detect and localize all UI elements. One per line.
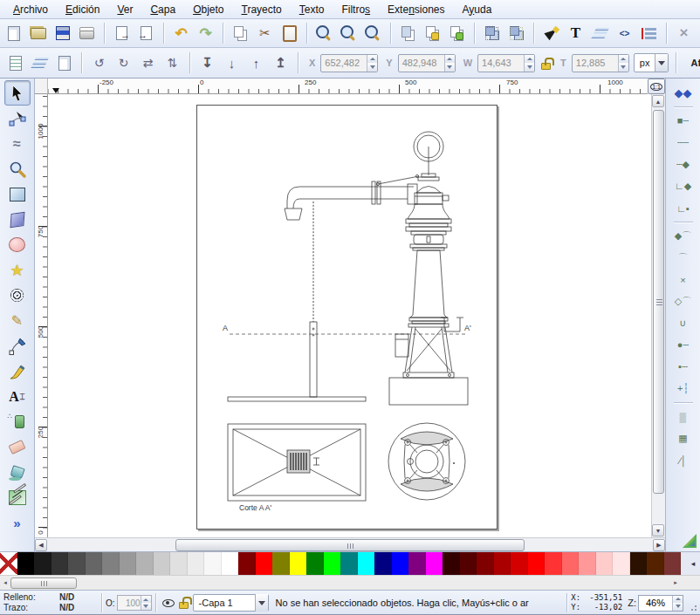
vertical-scrollbar-thumb[interactable] (653, 110, 664, 494)
palette-swatch[interactable] (290, 552, 307, 575)
zoom-spinner[interactable] (672, 596, 683, 611)
export-icon[interactable] (136, 24, 156, 44)
ungroup-icon[interactable] (506, 24, 526, 44)
xml-editor-icon[interactable]: <> (614, 24, 635, 44)
layer-dropdown-arrow[interactable] (255, 594, 268, 612)
menu-archivo[interactable]: Archivo (5, 2, 56, 17)
snap-nodes[interactable]: ◆⌒ (672, 225, 695, 247)
lower-icon[interactable]: ↓ (222, 53, 242, 73)
tool-3dbox[interactable] (4, 207, 31, 232)
tool-calligraphy[interactable] (4, 359, 31, 384)
palette-swatch[interactable] (426, 552, 443, 575)
x-spinner[interactable] (367, 55, 377, 72)
zoom-drawing-icon[interactable] (339, 24, 359, 44)
width-spinner[interactable] (524, 55, 534, 72)
scroll-up-button[interactable]: ▲ (652, 95, 664, 107)
palette-swatch[interactable] (374, 552, 392, 575)
print-icon[interactable] (77, 24, 97, 44)
palette-swatch[interactable] (579, 552, 596, 575)
menu-filtros[interactable]: Filtros (333, 2, 378, 17)
palette-swatch[interactable] (34, 552, 51, 575)
palette-swatch[interactable] (51, 552, 69, 575)
width-input[interactable] (478, 56, 524, 71)
menu-trayecto[interactable]: Trayecto (234, 2, 290, 17)
tool-selector[interactable] (4, 80, 31, 106)
snap-path-intersections[interactable]: × (672, 269, 695, 290)
palette-swatch[interactable] (562, 552, 580, 575)
y-spinner[interactable] (444, 55, 455, 72)
tool-more[interactable]: » (4, 510, 31, 536)
palette-scroll-left-button[interactable]: ◂ (0, 577, 10, 589)
palette-scrollbar-thumb[interactable] (10, 577, 77, 589)
align-dialog-icon[interactable] (639, 24, 659, 44)
height-field[interactable] (572, 54, 629, 72)
tool-ellipse[interactable] (4, 232, 31, 257)
palette-swatch[interactable] (188, 552, 205, 575)
opacity-input[interactable] (118, 598, 141, 608)
layer-dropdown[interactable]: -Capa 1 (193, 594, 269, 612)
x-input[interactable] (321, 56, 367, 71)
tool-bezier-pen[interactable] (4, 333, 31, 359)
y-input[interactable] (399, 56, 444, 71)
menu-capa[interactable]: Capa (142, 2, 183, 17)
fill-stroke-indicator[interactable]: Relleno:N/D Trazo:N/D (0, 591, 98, 614)
zoom-page-icon[interactable] (363, 24, 383, 44)
x-field[interactable] (320, 54, 378, 72)
tool-rectangle[interactable] (4, 181, 31, 207)
palette-swatch[interactable] (630, 552, 648, 575)
palette-swatch[interactable] (204, 552, 222, 575)
layers-dialog-icon[interactable] (590, 24, 610, 44)
rotate-cw-icon[interactable]: ↻ (113, 53, 134, 73)
undo-icon[interactable]: ↶ (171, 24, 191, 44)
palette-scroll-right-button[interactable]: ▸ (670, 577, 681, 589)
flip-vertical-icon[interactable]: ⇅ (162, 53, 182, 73)
width-field[interactable] (477, 54, 535, 72)
palette-swatch[interactable] (272, 552, 290, 575)
zoom-input[interactable] (639, 598, 672, 608)
palette-swatch[interactable] (596, 552, 614, 575)
palette-swatch[interactable] (477, 552, 494, 575)
palette-swatch[interactable] (528, 552, 546, 575)
palette-swatch[interactable] (154, 552, 171, 575)
palette-swatch[interactable] (68, 552, 86, 575)
snap-bbox-centers[interactable]: ∟▪ (672, 197, 695, 219)
snap-bbox-edge-midpoints[interactable]: ∟◆ (672, 175, 695, 197)
raise-to-top-icon[interactable]: ↥ (271, 53, 291, 73)
palette-swatch[interactable] (545, 552, 562, 575)
palette-swatch[interactable] (136, 552, 154, 575)
opacity-spinner[interactable] (141, 596, 151, 610)
palette-swatch[interactable] (170, 552, 188, 575)
snap-to-paths[interactable]: ⌒ (672, 247, 695, 269)
import-icon[interactable] (112, 24, 132, 44)
scroll-left-button[interactable]: ◀ (35, 539, 47, 551)
palette-swatch[interactable] (443, 552, 460, 575)
palette-swatch[interactable] (392, 552, 409, 575)
horizontal-ruler[interactable]: -25002505007501000 (48, 79, 648, 94)
deselect-icon[interactable] (54, 53, 74, 73)
save-document-icon[interactable] (52, 24, 72, 44)
select-all-icon[interactable] (5, 53, 25, 73)
palette-swatch[interactable] (256, 552, 273, 575)
zoom-field[interactable] (638, 595, 683, 612)
palette-swatch[interactable] (494, 552, 511, 575)
raise-icon[interactable]: ↑ (246, 53, 266, 73)
paste-icon[interactable] (279, 24, 299, 44)
menu-extensiones[interactable]: Extensiones (380, 2, 452, 17)
palette-swatch[interactable] (408, 552, 426, 575)
snap-bbox-corners[interactable]: ┄◆ (672, 154, 695, 175)
horizontal-scrollbar-thumb[interactable] (175, 539, 525, 551)
y-field[interactable] (398, 54, 456, 72)
palette-swatch[interactable] (102, 552, 120, 575)
palette-swatch[interactable] (664, 552, 682, 575)
copy-icon[interactable] (230, 24, 250, 44)
palette-swatch[interactable] (324, 552, 341, 575)
horizontal-scrollbar[interactable]: ◀ ▶ (35, 537, 665, 551)
layer-lock-icon[interactable] (179, 602, 189, 609)
select-all-layers-icon[interactable] (30, 53, 50, 73)
tool-spray[interactable] (4, 409, 31, 434)
vertical-scrollbar[interactable]: ▲ ▼ (651, 94, 665, 537)
zoom-1to1-corner-button[interactable]: 1:1 (648, 79, 665, 94)
fill-stroke-dialog-icon[interactable] (541, 24, 561, 44)
preferences-icon[interactable]: × (674, 24, 694, 44)
scroll-down-button[interactable]: ▼ (652, 524, 664, 536)
